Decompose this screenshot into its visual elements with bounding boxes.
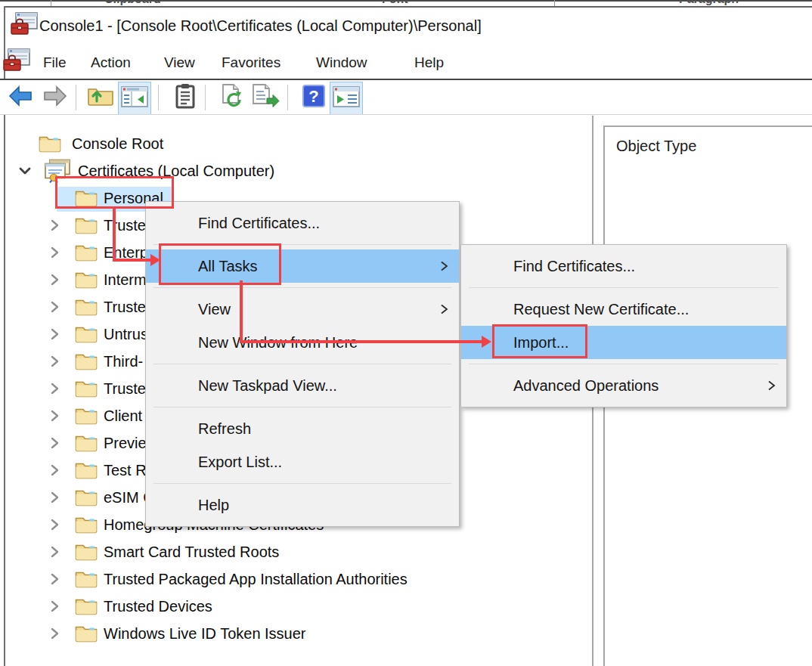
tree-item-label: Trusted Devices (104, 593, 212, 620)
menu-file[interactable]: File (43, 53, 67, 73)
mmc-console-icon (3, 48, 30, 77)
chevron-right-icon[interactable] (48, 599, 60, 614)
menu-item-label: View (198, 301, 231, 318)
menu-item-label: Request New Certificate... (513, 301, 689, 318)
folder-icon (75, 433, 98, 453)
toolbar-separator (287, 85, 288, 110)
menu-item-view[interactable]: View (146, 293, 459, 326)
tree-item-label: Client (104, 402, 142, 429)
folder-icon (75, 515, 98, 534)
folder-icon (75, 379, 98, 398)
show-hide-console-tree-button[interactable] (118, 82, 151, 115)
submenu-chevron-icon (439, 259, 448, 273)
chevron-right-icon[interactable] (48, 408, 60, 423)
tree-item-label: Enterp (104, 239, 148, 266)
tree-item-label: Trusted Packaged App Installation Author… (104, 565, 408, 593)
tree-item-label: Console Root (72, 130, 163, 157)
menu-item-help[interactable]: Help (146, 488, 459, 522)
context-menu: Find Certificates...All TasksViewNew Win… (145, 201, 460, 527)
chevron-right-icon[interactable] (48, 245, 60, 260)
menu-item-label: New Window from Here (198, 334, 358, 352)
folder-up-icon (87, 84, 114, 111)
chevron-right-icon[interactable] (48, 463, 60, 478)
folder-icon (75, 270, 98, 290)
menu-item-label: Import... (513, 334, 569, 352)
folder-icon (75, 352, 98, 371)
submenu-chevron-icon (439, 302, 448, 316)
menu-window[interactable]: Window (316, 53, 367, 73)
chevron-right-icon[interactable] (48, 354, 60, 369)
menu-help[interactable]: Help (414, 53, 444, 73)
show-taskpad-button[interactable] (330, 82, 363, 115)
menu-separator (153, 287, 451, 288)
chevron-right-icon[interactable] (48, 435, 60, 451)
window-title: Console1 - [Console Root\Certificates (L… (39, 15, 482, 36)
menu-item-all-tasks[interactable]: All Tasks (146, 249, 459, 283)
chevron-right-icon[interactable] (48, 327, 60, 342)
folder-icon (75, 542, 98, 562)
chevron-down-icon[interactable] (17, 164, 33, 178)
chevron-right-icon[interactable] (48, 517, 60, 532)
menu-item-label: Find Certificates... (198, 215, 320, 232)
menu-item-new-window-from-here[interactable]: New Window from Here (146, 326, 459, 359)
menu-item-label: Export List... (198, 454, 282, 471)
tree-item-label: Test R (104, 457, 147, 484)
chevron-right-icon[interactable] (48, 626, 60, 641)
menu-item-request-new-certificate[interactable]: Request New Certificate... (461, 293, 786, 326)
folder-icon (75, 215, 98, 235)
refresh-icon (219, 83, 245, 112)
forward-arrow-icon (42, 84, 68, 111)
folder-icon (75, 243, 98, 262)
menu-view[interactable]: View (164, 53, 195, 73)
menu-item-new-taskpad-view[interactable]: New Taskpad View... (146, 369, 459, 402)
tree-item-label: Untrus (104, 321, 148, 348)
menu-favorites[interactable]: Favorites (222, 53, 280, 73)
up-one-level-button[interactable] (85, 82, 116, 113)
tree-item-trusted-packaged-app-installation-authorities[interactable]: Trusted Packaged App Installation Author… (5, 565, 592, 593)
folder-icon (39, 134, 61, 153)
forward-button[interactable] (39, 82, 71, 113)
menu-item-label: Refresh (198, 420, 251, 438)
menu-item-find-certificates[interactable]: Find Certificates... (146, 206, 459, 240)
back-arrow-icon (8, 84, 33, 111)
toolbar-separator (158, 85, 159, 110)
tree-item-certificates-local-computer[interactable]: Certificates (Local Computer) (5, 157, 592, 184)
tree-item-console-root[interactable]: Console Root (5, 130, 592, 157)
menu-separator (469, 364, 779, 364)
toolbar-separator (205, 85, 206, 110)
menu-item-advanced-operations[interactable]: Advanced Operations (461, 369, 786, 402)
taskpad-icon (332, 85, 361, 112)
tree-item-label: Previe (104, 429, 147, 457)
chevron-right-icon[interactable] (48, 299, 60, 314)
help-button[interactable]: ? (298, 82, 330, 113)
tree-item-windows-live-id-token-issuer[interactable]: Windows Live ID Token Issuer (5, 620, 592, 647)
menu-item-label: All Tasks (198, 258, 258, 275)
object-type-column-header[interactable]: Object Type (616, 138, 696, 155)
chevron-right-icon[interactable] (48, 490, 60, 505)
menu-action[interactable]: Action (91, 53, 131, 73)
folder-icon (75, 297, 98, 317)
chevron-right-icon[interactable] (48, 544, 60, 559)
menu-separator (153, 483, 451, 484)
menu-item-refresh[interactable]: Refresh (146, 412, 459, 445)
chevron-right-icon[interactable] (48, 272, 60, 287)
back-button[interactable] (5, 82, 36, 113)
menu-item-find-certificates[interactable]: Find Certificates... (461, 249, 786, 283)
folder-icon (75, 569, 98, 589)
chevron-right-icon[interactable] (48, 381, 60, 396)
export-list-button[interactable] (249, 82, 281, 113)
menu-item-import[interactable]: Import... (461, 326, 786, 359)
chevron-right-icon[interactable] (48, 218, 60, 233)
tree-item-label: Truste (104, 212, 146, 239)
tree-item-smart-card-trusted-roots[interactable]: Smart Card Trusted Roots (5, 538, 592, 565)
menu-separator (153, 407, 451, 407)
menu-item-export-list[interactable]: Export List... (146, 445, 459, 479)
refresh-button[interactable] (216, 82, 248, 113)
tree-item-trusted-devices[interactable]: Trusted Devices (5, 593, 592, 620)
submenu-chevron-icon (767, 379, 776, 392)
chevron-right-icon[interactable] (48, 572, 60, 587)
folder-icon (75, 596, 98, 616)
tree-item-label: Third- (104, 348, 143, 375)
paste-button[interactable] (169, 82, 201, 113)
menu-separator (469, 287, 779, 288)
